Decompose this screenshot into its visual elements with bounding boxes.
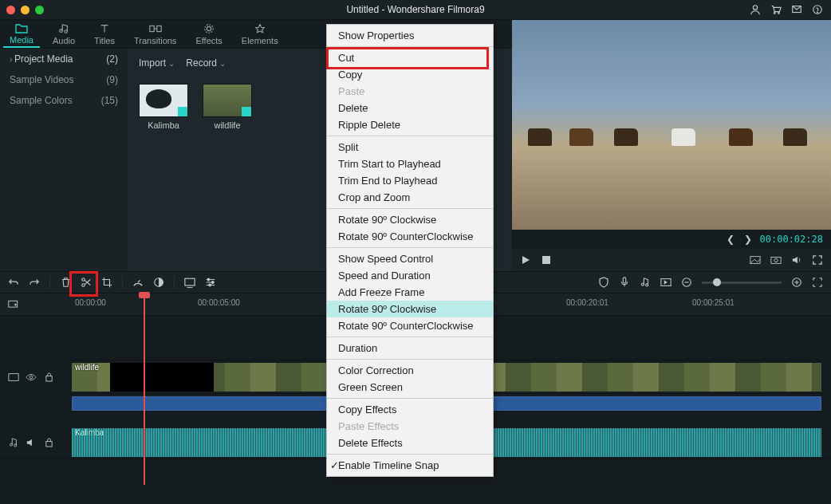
ctx-item-cut[interactable]: Cut: [327, 49, 493, 66]
ctx-item-delete[interactable]: Delete: [327, 100, 493, 116]
voiceover-icon[interactable]: [619, 277, 630, 288]
ctx-item-trim-end-to-playhead[interactable]: Trim End to Playhead: [327, 172, 493, 189]
sidebar-item-sample-videos[interactable]: Sample Videos(9): [0, 69, 128, 90]
play-icon[interactable]: [520, 254, 531, 266]
svg-rect-29: [9, 301, 18, 307]
record-dropdown[interactable]: Record ⌄: [186, 57, 226, 69]
sidebar-header[interactable]: › Project Media(2): [0, 49, 128, 69]
mute-icon[interactable]: [26, 437, 37, 448]
split-icon[interactable]: [81, 277, 92, 288]
manage-tracks-icon[interactable]: [8, 299, 19, 310]
ctx-item-show-properties[interactable]: Show Properties: [327, 27, 493, 44]
window-controls: [6, 6, 44, 14]
tab-label: Transitions: [134, 36, 176, 45]
close-window-icon[interactable]: [6, 6, 15, 14]
tab-audio[interactable]: Audio: [46, 22, 81, 47]
adjust-icon[interactable]: [205, 277, 216, 288]
message-icon[interactable]: [791, 4, 802, 15]
sidebar-item-sample-colors[interactable]: Sample Colors(15): [0, 90, 128, 111]
svg-rect-14: [771, 258, 781, 264]
ctx-item-delete-effects[interactable]: Delete Effects: [327, 435, 493, 451]
tab-titles[interactable]: Titles: [88, 22, 121, 47]
ctx-item-color-correction[interactable]: Color Correction: [327, 362, 493, 379]
volume-icon[interactable]: [791, 254, 802, 266]
zoom-in-icon[interactable]: [791, 277, 802, 288]
ctx-item-duration[interactable]: Duration: [327, 340, 493, 356]
prev-frame-icon[interactable]: ❮: [725, 234, 736, 245]
svg-point-24: [641, 283, 644, 285]
help-icon[interactable]: [812, 4, 823, 15]
svg-rect-23: [623, 278, 626, 283]
ctx-item-rotate-90-clockwise[interactable]: Rotate 90º Clockwise: [327, 211, 493, 228]
quality-icon[interactable]: [750, 254, 761, 266]
svg-point-10: [207, 26, 211, 30]
ctx-item-copy[interactable]: Copy: [327, 66, 493, 83]
svg-point-16: [82, 278, 85, 282]
zoom-slider[interactable]: [702, 282, 782, 284]
audio-mixer-icon[interactable]: [640, 277, 651, 288]
svg-rect-12: [542, 256, 550, 264]
keyframe-icon[interactable]: [660, 277, 671, 288]
greenscreen-icon[interactable]: [184, 277, 195, 288]
crop-icon[interactable]: [101, 277, 112, 288]
cart-icon[interactable]: [770, 4, 782, 15]
ctx-item-ripple-delete[interactable]: Ripple Delete: [327, 116, 493, 133]
window-title: Untitled - Wondershare Filmora9: [346, 4, 484, 15]
clip-label: wildlife: [75, 363, 99, 372]
ctx-item-rotate-90-counterclockwise[interactable]: Rotate 90º CounterClockwise: [327, 228, 493, 245]
media-thumb-wildlife[interactable]: wildlife: [203, 84, 252, 130]
svg-point-34: [14, 443, 17, 446]
ctx-item-paste: Paste: [327, 83, 493, 100]
redo-icon[interactable]: [29, 277, 40, 288]
ctx-item-green-screen[interactable]: Green Screen: [327, 379, 493, 396]
ctx-item-crop-and-zoom[interactable]: Crop and Zoom: [327, 189, 493, 206]
audio-track-icon[interactable]: [8, 437, 19, 448]
svg-point-22: [209, 284, 211, 286]
ctx-item-split[interactable]: Split: [327, 139, 493, 156]
ctx-item-copy-effects[interactable]: Copy Effects: [327, 401, 493, 418]
ctx-item-speed-and-duration[interactable]: Speed and Duration: [327, 267, 493, 284]
time-mark: 00:00:25:01: [692, 298, 735, 307]
ctx-item-rotate-90-clockwise[interactable]: Rotate 90º Clockwise: [327, 301, 493, 317]
time-mark: 00:00:05:00: [198, 298, 240, 307]
ctx-item-show-speed-control[interactable]: Show Speed Control: [327, 250, 493, 267]
speed-icon[interactable]: [132, 277, 144, 288]
snapshot-icon[interactable]: [770, 254, 782, 266]
lock-icon[interactable]: [43, 372, 54, 383]
tab-label: Effects: [195, 36, 222, 45]
visibility-icon[interactable]: [26, 372, 37, 383]
lock-icon[interactable]: [43, 437, 54, 448]
stop-icon[interactable]: [541, 254, 552, 266]
color-icon[interactable]: [153, 277, 164, 288]
svg-rect-19: [185, 278, 195, 285]
media-thumb-kalimba[interactable]: Kalimba: [139, 84, 188, 130]
user-icon[interactable]: [750, 4, 761, 15]
maximize-window-icon[interactable]: [35, 6, 44, 14]
delete-icon[interactable]: [60, 277, 71, 288]
undo-icon[interactable]: [8, 277, 19, 288]
ctx-item-enable-timeline-snap[interactable]: Enable Timeline Snap: [327, 457, 493, 474]
preview-viewport[interactable]: [512, 20, 831, 230]
timecode: 00:00:02:28: [760, 234, 823, 245]
fullscreen-icon[interactable]: [812, 254, 823, 266]
import-dropdown[interactable]: Import ⌄: [139, 57, 175, 69]
ctx-item-rotate-90-counterclockwise[interactable]: Rotate 90º CounterClockwise: [327, 317, 493, 334]
next-frame-icon[interactable]: ❯: [742, 234, 754, 245]
zoom-fit-icon[interactable]: [812, 277, 823, 288]
tab-elements[interactable]: Elements: [235, 22, 285, 47]
tab-effects[interactable]: Effects: [189, 22, 228, 47]
check-icon: [242, 107, 251, 116]
playhead[interactable]: [144, 293, 145, 485]
tab-label: Media: [10, 35, 33, 45]
video-track-icon[interactable]: [8, 372, 19, 383]
svg-point-17: [82, 284, 85, 287]
ctx-item-trim-start-to-playhead[interactable]: Trim Start to Playhead: [327, 156, 493, 172]
marker-shield-icon[interactable]: [598, 277, 609, 288]
minimize-window-icon[interactable]: [21, 6, 30, 14]
svg-rect-32: [45, 376, 51, 381]
zoom-out-icon[interactable]: [681, 277, 692, 288]
tab-media[interactable]: Media: [3, 21, 40, 48]
ctx-item-add-freeze-frame[interactable]: Add Freeze Frame: [327, 284, 493, 301]
svg-point-0: [753, 6, 757, 10]
tab-transitions[interactable]: Transitions: [128, 22, 183, 47]
